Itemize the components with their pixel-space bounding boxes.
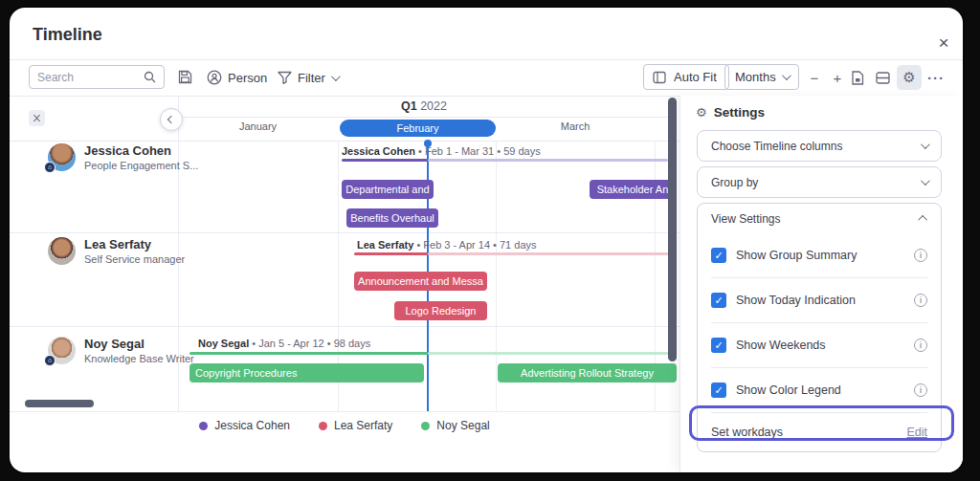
vertical-scrollbar[interactable] bbox=[668, 98, 677, 361]
search-icon bbox=[144, 71, 156, 83]
zoom-out-button[interactable]: − bbox=[802, 65, 827, 90]
bullet: • bbox=[418, 145, 422, 157]
group-summary-label: Lea Serfaty • Feb 3 - Apr 14 • 71 days bbox=[357, 239, 537, 251]
horizontal-scrollbar[interactable] bbox=[25, 400, 94, 407]
set-workdays-label: Set workdays bbox=[711, 426, 906, 439]
summary-name: Lea Serfaty bbox=[357, 239, 413, 251]
section-choose-columns[interactable]: Choose Timeline columns bbox=[697, 130, 942, 162]
settings-gear-icon[interactable]: ⚙ bbox=[897, 65, 922, 90]
scale-select[interactable]: Months bbox=[724, 64, 799, 90]
view-settings-header[interactable]: View Settings bbox=[698, 204, 941, 233]
option-show-group-summary[interactable]: ✓ Show Group Summary i bbox=[698, 233, 941, 277]
group-summary-line-future bbox=[428, 159, 668, 162]
info-icon[interactable]: i bbox=[914, 383, 927, 397]
avatar bbox=[48, 237, 76, 265]
legend-label: Jessica Cohen bbox=[214, 419, 290, 432]
summary-duration: 59 days bbox=[503, 145, 541, 157]
month-label-march[interactable]: March bbox=[496, 120, 655, 132]
chevron-down-icon[interactable] bbox=[921, 140, 930, 149]
person-row-lea: Lea Serfaty Self Service manager bbox=[48, 237, 185, 265]
month-pill-february[interactable]: February bbox=[340, 120, 496, 137]
info-icon[interactable]: i bbox=[914, 249, 927, 262]
bullet: • bbox=[493, 239, 497, 251]
legend-item: Lea Serfaty bbox=[319, 419, 392, 432]
summary-duration: 71 days bbox=[500, 239, 537, 251]
summary-name: Noy Segal bbox=[198, 338, 249, 349]
avatar: ⌂ bbox=[48, 337, 76, 364]
gantt-bar[interactable]: Advertisting Rollout Strategy bbox=[498, 363, 677, 383]
option-label: Show Today Indication bbox=[736, 294, 904, 307]
option-show-weekends[interactable]: ✓ Show Weekends i bbox=[698, 323, 941, 367]
quarter-header: Q1 2022 bbox=[178, 99, 670, 113]
group-summary-line bbox=[354, 252, 428, 255]
group-summary-label: Jessica Cohen • Feb 1 - Mar 31 • 59 days bbox=[342, 145, 541, 157]
option-show-today-indication[interactable]: ✓ Show Today Indication i bbox=[698, 278, 941, 322]
checkbox-checked[interactable]: ✓ bbox=[711, 248, 726, 263]
search-input[interactable] bbox=[37, 71, 144, 84]
gantt-bar[interactable]: Benefits Overhaul bbox=[346, 208, 438, 228]
checkbox-checked[interactable]: ✓ bbox=[711, 293, 726, 308]
info-icon[interactable]: i bbox=[914, 294, 927, 307]
year-label: 2022 bbox=[420, 99, 447, 113]
row-divider bbox=[10, 232, 679, 233]
person-name: Noy Segal bbox=[84, 337, 194, 351]
split-view-icon[interactable] bbox=[870, 65, 895, 90]
gantt-bar[interactable]: Announcement and Messa bbox=[354, 272, 487, 291]
chevron-down-icon[interactable] bbox=[331, 72, 341, 81]
more-options-icon[interactable]: ··· bbox=[924, 65, 948, 90]
gantt-bar[interactable]: Logo Redesign bbox=[394, 301, 487, 320]
row-divider bbox=[10, 326, 679, 327]
option-label: Show Weekends bbox=[736, 339, 904, 352]
legend-dot bbox=[199, 422, 208, 430]
color-legend: Jessica Cohen Lea Serfaty Noy Segal bbox=[10, 419, 679, 432]
filter-button[interactable]: Filter bbox=[278, 65, 338, 90]
gantt-bar[interactable]: Copyright Procedures bbox=[189, 363, 424, 383]
section-group-by[interactable]: Group by bbox=[697, 166, 942, 198]
person-filter-button[interactable]: Person bbox=[207, 65, 267, 90]
group-summary-line bbox=[342, 159, 428, 162]
option-label: Show Color Legend bbox=[736, 383, 904, 397]
edit-workdays-link[interactable]: Edit bbox=[906, 426, 927, 439]
person-role: People Engagement S... bbox=[84, 160, 198, 171]
close-icon[interactable]: × bbox=[933, 33, 954, 54]
scale-select-value: Months bbox=[735, 70, 776, 84]
filter-icon bbox=[278, 71, 292, 84]
fit-calendar-icon bbox=[653, 71, 666, 84]
collapse-all-groups-icon[interactable] bbox=[29, 110, 45, 126]
export-file-icon[interactable] bbox=[845, 65, 870, 90]
settings-title: Settings bbox=[714, 105, 765, 120]
save-icon[interactable] bbox=[178, 70, 192, 84]
legend-label: Noy Segal bbox=[436, 419, 489, 432]
summary-range: Feb 3 - Apr 14 bbox=[423, 239, 490, 251]
gantt-bar[interactable]: Departmental and bbox=[342, 180, 434, 199]
checkbox-checked[interactable]: ✓ bbox=[711, 338, 726, 353]
option-show-color-legend[interactable]: ✓ Show Color Legend i bbox=[698, 368, 941, 412]
checkbox-checked[interactable]: ✓ bbox=[711, 383, 726, 398]
gear-icon: ⚙ bbox=[696, 105, 707, 120]
person-role: Knowledge Base Writer bbox=[84, 353, 194, 364]
title-divider bbox=[10, 59, 963, 60]
section-label: Group by bbox=[711, 176, 758, 189]
quarter-label: Q1 bbox=[401, 99, 417, 113]
info-icon[interactable]: i bbox=[914, 339, 927, 352]
person-name: Jessica Cohen bbox=[84, 143, 198, 158]
person-name: Lea Serfaty bbox=[84, 237, 185, 251]
gridline bbox=[496, 141, 497, 411]
summary-name: Jessica Cohen bbox=[342, 145, 415, 157]
auto-fit-button[interactable]: Auto Fit bbox=[643, 64, 729, 90]
month-label-january[interactable]: January bbox=[178, 120, 338, 132]
chevron-up-icon[interactable] bbox=[918, 215, 927, 225]
months-divider bbox=[10, 141, 679, 142]
person-role: Self Service manager bbox=[84, 253, 185, 265]
gantt-bar[interactable]: Stakeholder An bbox=[590, 180, 676, 199]
home-badge-icon: ⌂ bbox=[44, 162, 56, 173]
group-summary-label: Noy Segal • Jan 5 - Apr 12 • 98 days bbox=[198, 338, 370, 349]
bullet: • bbox=[416, 239, 420, 251]
person-button-label: Person bbox=[228, 71, 267, 85]
chevron-down-icon[interactable] bbox=[921, 176, 930, 186]
section-label: Choose Timeline columns bbox=[711, 140, 842, 153]
collapse-pane-button[interactable] bbox=[160, 108, 183, 131]
avatar: ⌂ bbox=[48, 143, 76, 171]
auto-fit-label: Auto Fit bbox=[674, 70, 717, 84]
group-summary-line-future bbox=[428, 252, 676, 255]
